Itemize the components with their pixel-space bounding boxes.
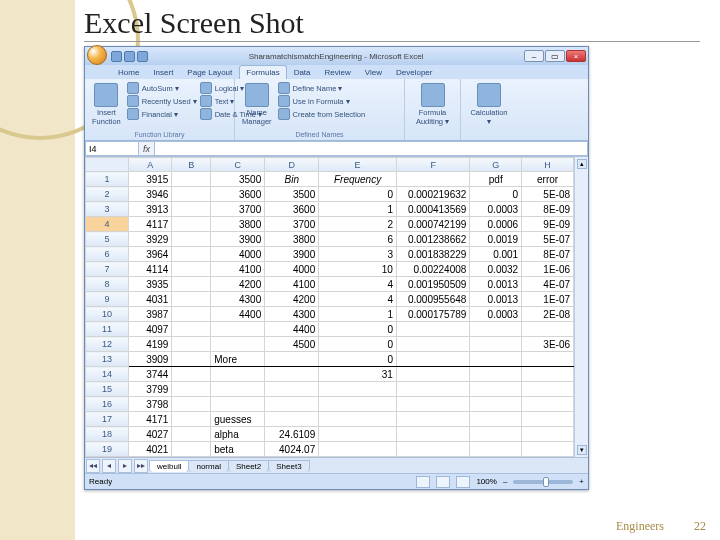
cell[interactable]: 4027: [129, 427, 172, 442]
cell[interactable]: 3744: [129, 367, 172, 382]
cell[interactable]: 1: [319, 307, 397, 322]
table-row[interactable]: 339133700360010.0004135690.00038E-09: [86, 202, 574, 217]
cell[interactable]: 3913: [129, 202, 172, 217]
cell[interactable]: 3500: [211, 172, 265, 187]
table-row[interactable]: 11409744000: [86, 322, 574, 337]
table-row[interactable]: 133909More0: [86, 352, 574, 367]
cell[interactable]: [172, 382, 211, 397]
cell[interactable]: 0: [319, 337, 397, 352]
cell[interactable]: 4300: [211, 292, 265, 307]
cell[interactable]: [172, 427, 211, 442]
fx-button[interactable]: fx: [139, 141, 155, 156]
cell[interactable]: [172, 337, 211, 352]
cell[interactable]: 3E-06: [522, 337, 574, 352]
tab-nav-prev[interactable]: ◂: [102, 459, 116, 473]
scroll-up-icon[interactable]: ▴: [577, 159, 587, 169]
cell[interactable]: 0.001238662: [396, 232, 469, 247]
cell[interactable]: 4500: [265, 337, 319, 352]
cell[interactable]: [319, 442, 397, 457]
row-header[interactable]: 9: [86, 292, 129, 307]
tab-nav-first[interactable]: ◂◂: [86, 459, 100, 473]
row-header[interactable]: 8: [86, 277, 129, 292]
cell[interactable]: 3964: [129, 247, 172, 262]
zoom-in-button[interactable]: +: [579, 477, 584, 486]
table-row[interactable]: 1039874400430010.0001757890.00032E-08: [86, 307, 574, 322]
cell[interactable]: 4100: [211, 262, 265, 277]
cell[interactable]: 2E-08: [522, 307, 574, 322]
cell[interactable]: [172, 187, 211, 202]
cell[interactable]: [396, 322, 469, 337]
minimize-button[interactable]: –: [524, 50, 544, 62]
cell[interactable]: 0.001838229: [396, 247, 469, 262]
col-header[interactable]: D: [265, 158, 319, 172]
cell[interactable]: 4000: [265, 262, 319, 277]
cell[interactable]: [265, 367, 319, 382]
cell[interactable]: guesses: [211, 412, 265, 427]
tab-review[interactable]: Review: [318, 65, 358, 79]
cell[interactable]: [172, 217, 211, 232]
row-header[interactable]: 3: [86, 202, 129, 217]
cell[interactable]: [522, 367, 574, 382]
cell[interactable]: 3900: [265, 247, 319, 262]
cell[interactable]: 3799: [129, 382, 172, 397]
cell[interactable]: 0.00224008: [396, 262, 469, 277]
cell[interactable]: [522, 427, 574, 442]
cell[interactable]: alpha: [211, 427, 265, 442]
cell[interactable]: 4200: [211, 277, 265, 292]
cell[interactable]: error: [522, 172, 574, 187]
cell[interactable]: [172, 232, 211, 247]
cell[interactable]: 0.001: [470, 247, 522, 262]
cell[interactable]: 4024.07: [265, 442, 319, 457]
row-header[interactable]: 10: [86, 307, 129, 322]
cell[interactable]: 0.0019: [470, 232, 522, 247]
table-row[interactable]: 184027alpha24.6109: [86, 427, 574, 442]
table-row[interactable]: 539293900380060.0012386620.00195E-07: [86, 232, 574, 247]
cell[interactable]: [265, 352, 319, 367]
cell[interactable]: 4200: [265, 292, 319, 307]
cell[interactable]: 4199: [129, 337, 172, 352]
close-button[interactable]: ×: [566, 50, 586, 62]
cell[interactable]: [522, 352, 574, 367]
cell[interactable]: 0.0006: [470, 217, 522, 232]
cell[interactable]: [172, 292, 211, 307]
col-header[interactable]: C: [211, 158, 265, 172]
cell[interactable]: [172, 367, 211, 382]
table-row[interactable]: 441173800370020.0007421990.00069E-09: [86, 217, 574, 232]
row-header[interactable]: 17: [86, 412, 129, 427]
cell[interactable]: 4400: [211, 307, 265, 322]
row-header[interactable]: 14: [86, 367, 129, 382]
cell[interactable]: [172, 412, 211, 427]
table-row[interactable]: 839354200410040.0019505090.00134E-07: [86, 277, 574, 292]
cell[interactable]: 0.000955648: [396, 292, 469, 307]
col-header[interactable]: A: [129, 158, 172, 172]
cell[interactable]: 4100: [265, 277, 319, 292]
row-header[interactable]: 6: [86, 247, 129, 262]
cell[interactable]: 31: [319, 367, 397, 382]
tab-developer[interactable]: Developer: [389, 65, 439, 79]
row-header[interactable]: 15: [86, 382, 129, 397]
cell[interactable]: [396, 337, 469, 352]
cell[interactable]: [172, 277, 211, 292]
table-row[interactable]: 139153500BinFrequencypdferror: [86, 172, 574, 187]
cell[interactable]: [522, 442, 574, 457]
tab-formulas[interactable]: Formulas: [239, 65, 286, 79]
row-header[interactable]: 19: [86, 442, 129, 457]
sheet-tab[interactable]: normal: [188, 460, 228, 472]
cell[interactable]: [396, 367, 469, 382]
col-header[interactable]: G: [470, 158, 522, 172]
cell[interactable]: [172, 442, 211, 457]
cell[interactable]: 8E-07: [522, 247, 574, 262]
cell[interactable]: 4: [319, 292, 397, 307]
cell[interactable]: [470, 352, 522, 367]
row-header[interactable]: 2: [86, 187, 129, 202]
cell[interactable]: 9E-09: [522, 217, 574, 232]
cell[interactable]: [522, 397, 574, 412]
text-button[interactable]: Text ▾: [215, 97, 235, 106]
zoom-slider[interactable]: [513, 480, 573, 484]
col-header[interactable]: B: [172, 158, 211, 172]
cell[interactable]: 3929: [129, 232, 172, 247]
sheet-tab[interactable]: Sheet2: [228, 460, 269, 472]
cell[interactable]: 3946: [129, 187, 172, 202]
col-header[interactable]: E: [319, 158, 397, 172]
cell[interactable]: 3700: [211, 202, 265, 217]
